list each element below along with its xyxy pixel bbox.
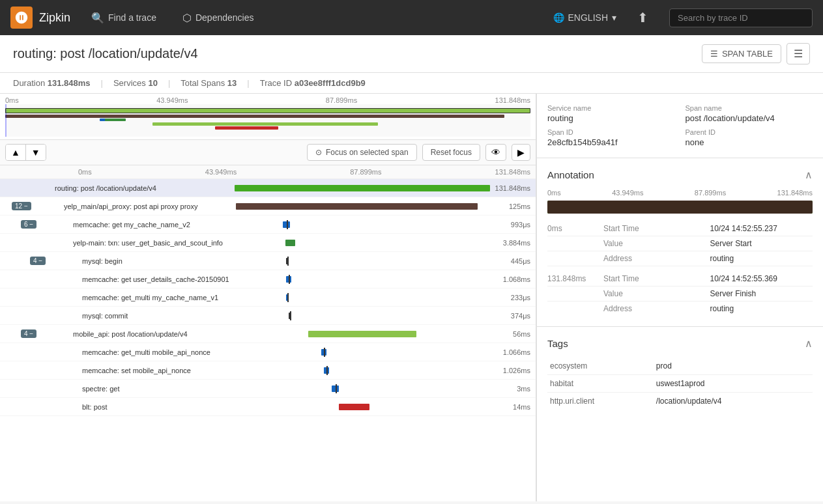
search-placeholder: Search by trace ID bbox=[678, 13, 748, 23]
span-timeline bbox=[237, 216, 490, 233]
span-badge[interactable]: 4 − bbox=[21, 329, 36, 338]
span-timeline bbox=[238, 343, 490, 361]
find-trace-label: Find a trace bbox=[108, 12, 156, 23]
span-bar bbox=[236, 203, 478, 210]
logo-icon bbox=[10, 7, 33, 29]
spans-list: routing: post /location/update/v4 131.84… bbox=[0, 179, 536, 416]
tag-key: habitat bbox=[547, 375, 654, 393]
span-name: yelp_main/api_proxy: post api proxy prox… bbox=[61, 203, 236, 210]
span-badge[interactable]: 6 − bbox=[21, 220, 36, 229]
span-indent: 12 − bbox=[0, 202, 61, 210]
span-row[interactable]: spectre: get 3ms bbox=[0, 380, 536, 398]
span-tick bbox=[324, 348, 325, 357]
tag-row: habitatuswest1aprod bbox=[547, 375, 813, 393]
focus-button[interactable]: ⊙ Focus on selected span bbox=[307, 144, 417, 161]
annotation-ruler: 0ms 43.949ms 87.899ms 131.848ms bbox=[547, 189, 813, 197]
tag-value: uswest1aprod bbox=[654, 375, 813, 393]
spans-ruler: 0ms 43.949ms 87.899ms 131.848ms bbox=[0, 165, 536, 179]
span-name: spectre: get bbox=[79, 385, 238, 393]
span-tick bbox=[287, 220, 288, 229]
span-name: blt: post bbox=[79, 403, 238, 411]
total-spans-meta: Total Spans 13 bbox=[180, 78, 237, 88]
span-row[interactable]: 6 − memcache: get my_cache_name_v2 993μs bbox=[0, 216, 536, 234]
span-row[interactable]: 12 − yelp_main/api_proxy: post api proxy… bbox=[0, 197, 536, 216]
dependencies-label: Dependencies bbox=[195, 12, 254, 23]
logo[interactable]: Zipkin bbox=[10, 7, 70, 29]
span-bar bbox=[339, 404, 369, 410]
expand-collapse-group: ▲ ▼ bbox=[5, 144, 46, 161]
controls-bar: ▲ ▼ ⊙ Focus on selected span Reset focus… bbox=[0, 140, 536, 165]
trace-search-input[interactable]: Search by trace ID bbox=[669, 8, 813, 27]
collapse-button[interactable]: ▼ bbox=[26, 145, 46, 160]
span-detail-grid: Service name routing Span name post /loc… bbox=[547, 104, 813, 147]
tag-value: prod bbox=[654, 357, 813, 375]
table-icon: ☰ bbox=[710, 49, 718, 59]
span-row[interactable]: memcache: set mobile_api_nonce 1.026ms bbox=[0, 361, 536, 380]
reset-focus-button[interactable]: Reset focus bbox=[422, 144, 480, 161]
upload-button[interactable]: ⬆ bbox=[632, 7, 654, 28]
span-indent: 6 − bbox=[0, 220, 70, 229]
span-timeline bbox=[238, 361, 490, 379]
span-timeline bbox=[237, 234, 490, 251]
annotation-collapse-button[interactable]: ∧ bbox=[805, 169, 813, 181]
timeline-overview: 0ms 43.949ms 87.899ms 131.848ms bbox=[0, 94, 536, 140]
span-timeline bbox=[238, 380, 490, 397]
span-bar bbox=[285, 240, 296, 246]
span-duration: 3ms bbox=[490, 385, 536, 393]
dependencies-icon: ⬡ bbox=[182, 12, 192, 24]
span-row[interactable]: routing: post /location/update/v4 131.84… bbox=[0, 179, 536, 197]
span-row[interactable]: mysql: commit 374μs bbox=[0, 307, 536, 325]
span-name: mysql: commit bbox=[79, 312, 238, 320]
span-row[interactable]: 4 − mobile_api: post /location/update/v4… bbox=[0, 325, 536, 343]
dependencies-nav[interactable]: ⬡ Dependencies bbox=[177, 8, 259, 28]
visibility-button[interactable]: 👁 bbox=[485, 144, 506, 161]
span-badge[interactable]: 12 − bbox=[12, 202, 31, 210]
span-bar bbox=[235, 185, 490, 191]
annotation-row: Address routing bbox=[547, 301, 813, 316]
span-tick bbox=[287, 293, 289, 302]
language-label: ENGLISH bbox=[568, 12, 608, 23]
span-name: memcache: set mobile_api_nonce bbox=[79, 367, 238, 374]
span-info-section: Service name routing Span name post /loc… bbox=[537, 94, 823, 158]
spans-container: 0ms 43.949ms 87.899ms 131.848ms routing:… bbox=[0, 165, 536, 501]
span-row[interactable]: memcache: get_multi mobile_api_nonce 1.0… bbox=[0, 343, 536, 361]
span-tick bbox=[289, 275, 290, 284]
span-duration: 374μs bbox=[490, 312, 536, 320]
header-actions: ☰ SPAN TABLE ☰ bbox=[702, 43, 810, 64]
tag-value: /location/update/v4 bbox=[654, 393, 813, 410]
menu-button[interactable]: ☰ bbox=[787, 43, 810, 64]
trace-panel: 0ms 43.949ms 87.899ms 131.848ms ▲ bbox=[0, 94, 536, 501]
span-row[interactable]: 4 − mysql: begin 445μs bbox=[0, 252, 536, 270]
span-row[interactable]: memcache: get_multi my_cache_name_v1 233… bbox=[0, 288, 536, 307]
page-title: routing: post /location/update/v4 bbox=[13, 46, 198, 61]
annotation-row: Address routing bbox=[547, 251, 813, 266]
span-duration: 993μs bbox=[490, 221, 536, 229]
expand-button[interactable]: ▲ bbox=[6, 145, 26, 160]
span-duration: 3.884ms bbox=[490, 239, 536, 247]
annotation-entries: 0ms Start Time 10/24 14:52:55.237 Value … bbox=[547, 221, 813, 316]
span-name: memcache: get_multi my_cache_name_v1 bbox=[79, 294, 238, 301]
span-timeline bbox=[238, 398, 490, 415]
span-indent: 4 − bbox=[0, 329, 70, 338]
navigate-button[interactable]: ▶ bbox=[512, 144, 530, 161]
span-indent: 4 − bbox=[0, 257, 79, 265]
annotation-header: Annotation ∧ bbox=[547, 169, 813, 181]
span-row[interactable]: yelp-main: txn: user_get_basic_and_scout… bbox=[0, 234, 536, 252]
span-row[interactable]: blt: post 14ms bbox=[0, 398, 536, 416]
span-duration: 14ms bbox=[490, 403, 536, 411]
span-table-button[interactable]: ☰ SPAN TABLE bbox=[702, 44, 781, 63]
language-selector[interactable]: 🌐 ENGLISH ▾ bbox=[553, 12, 616, 23]
span-badge[interactable]: 4 − bbox=[30, 257, 46, 265]
duration-meta: Duration 131.848ms bbox=[13, 78, 91, 88]
services-meta: Services 10 bbox=[113, 78, 158, 88]
span-name: memcache: get_multi mobile_api_nonce bbox=[79, 348, 238, 356]
tags-collapse-button[interactable]: ∧ bbox=[805, 337, 813, 350]
span-timeline bbox=[238, 252, 490, 270]
span-timeline bbox=[236, 197, 490, 215]
trace-id-meta: Trace ID a03ee8fff1dcd9b9 bbox=[260, 78, 366, 88]
tag-key: http.uri.client bbox=[547, 393, 654, 410]
span-row[interactable]: memcache: get user_details_cache-2015090… bbox=[0, 270, 536, 288]
timeline-minimap bbox=[5, 104, 530, 137]
span-name: yelp-main: txn: user_get_basic_and_scout… bbox=[70, 239, 237, 247]
find-trace-nav[interactable]: 🔍 Find a trace bbox=[86, 8, 162, 28]
